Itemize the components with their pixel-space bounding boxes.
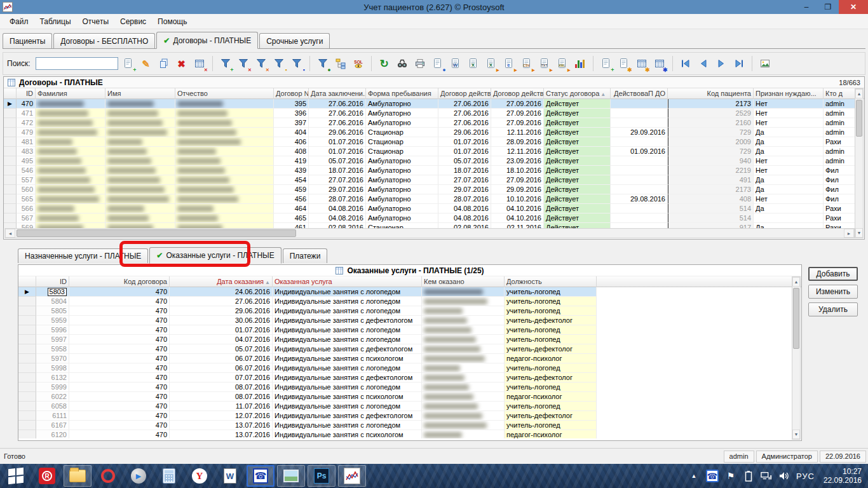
contracts-row-0[interactable]: ▶47039527.06.2016Амбулаторно27.06.201627… [4, 99, 864, 109]
services-col-header-5[interactable]: Должность [505, 276, 597, 287]
delete-record-icon[interactable]: ✖ [174, 55, 189, 72]
add-button[interactable]: Добавить [808, 267, 858, 281]
vscroll-thumb[interactable] [793, 288, 799, 349]
phone-app-icon[interactable]: ☎ [247, 465, 275, 487]
export-xml-icon[interactable]: XML▸ [555, 55, 570, 72]
export-excel-file-icon[interactable]: X▸ [484, 55, 499, 72]
services-row-3[interactable]: 595947030.06.2016Индивидуальные занятия … [18, 316, 801, 325]
contracts-col-header-10[interactable]: ДействоваП ДО [611, 88, 668, 99]
menu-item-3[interactable]: Сервис [114, 15, 152, 28]
scroll-left-icon[interactable]: ◄ [5, 229, 15, 238]
search-input[interactable] [36, 57, 118, 70]
filter-clear-icon[interactable]: × [254, 55, 269, 72]
export-word-icon[interactable]: W [448, 55, 463, 72]
tab-1[interactable]: Договоры - БЕСПЛАТНО [53, 33, 155, 48]
contracts-row-5[interactable]: 48340801.07.2016Стационар01.07.201612.11… [4, 147, 864, 156]
vscroll-thumb[interactable] [856, 100, 862, 137]
services-row-6[interactable]: 595847005.07.2016Индивидуальные занятия … [18, 344, 801, 354]
opera-browser-icon[interactable] [94, 465, 122, 487]
services-row-7[interactable]: 597047006.07.2016Индивидуальные занятия … [18, 354, 801, 363]
menu-item-2[interactable]: Отчеты [77, 15, 114, 28]
services-tab-2[interactable]: Платежи [283, 248, 328, 263]
minimize-button[interactable]: – [796, 0, 817, 14]
contracts-row-10[interactable]: 56545628.07.2016Амбулаторно28.07.201610.… [4, 194, 864, 204]
faststone-app-icon[interactable]: R [33, 465, 61, 487]
edit-button[interactable]: Изменить [808, 285, 858, 299]
tab-2[interactable]: ✔Договоры - ПЛАТНЫЕ [156, 32, 258, 49]
yandex-browser-icon[interactable]: Y [186, 465, 214, 487]
field-settings-icon[interactable]: ✱ [616, 55, 632, 72]
scroll-down-icon[interactable]: ▼ [855, 228, 863, 238]
print-icon[interactable] [412, 55, 428, 72]
scroll-up-icon[interactable]: ▲ [792, 277, 800, 287]
contracts-col-header-9[interactable]: Статус договора▲ [544, 88, 611, 99]
media-player-icon[interactable]: ▶ [125, 465, 153, 487]
services-row-9[interactable]: 613247007.07.2016Индивидуальные занятия … [18, 373, 801, 383]
contracts-row-4[interactable]: 48140601.07.2016Стационар01.07.201628.09… [4, 137, 864, 147]
services-col-header-3[interactable]: Оказанная услуга [273, 276, 422, 287]
contracts-row-8[interactable]: 55745427.07.2016Амбулаторно27.07.201627.… [4, 175, 864, 185]
group-tree-icon[interactable] [333, 55, 348, 72]
tray-flag-icon[interactable]: ⚑ [725, 470, 736, 482]
scroll-up-icon[interactable]: ▲ [855, 89, 863, 98]
export-txt-icon[interactable]: TXT▸ [537, 55, 552, 72]
services-col-header-1[interactable]: Код договора [69, 276, 170, 287]
tray-battery-icon[interactable] [743, 470, 754, 482]
sql-filter-icon[interactable]: SQL [351, 55, 366, 72]
contracts-vscrollbar[interactable]: ▲ ▼ [855, 88, 864, 238]
contracts-row-12[interactable]: 56746504.08.2016Амбулаторно04.08.201604.… [4, 214, 864, 223]
filter-add-icon[interactable]: + [218, 55, 233, 72]
refresh-icon[interactable]: ↻ [377, 55, 392, 72]
filter-delete-icon[interactable]: × [236, 55, 251, 72]
tray-clock[interactable]: 10:27 22.09.2016 [824, 467, 862, 485]
tray-chevron-up-icon[interactable]: ▲ [688, 470, 700, 482]
contracts-col-header-1[interactable]: Фамилия [36, 88, 105, 99]
delete-button[interactable]: Удалить [808, 302, 858, 316]
contracts-col-header-11[interactable]: Код пациента [668, 88, 754, 99]
delete-table-rows-icon[interactable]: × [192, 55, 207, 72]
table-settings-icon[interactable]: ✱ [634, 55, 649, 72]
menu-item-4[interactable]: Помощь [152, 15, 193, 28]
restore-button[interactable]: ❐ [817, 0, 839, 14]
contracts-col-header-13[interactable]: Кто д [824, 88, 858, 99]
contracts-row-6[interactable]: 49541905.07.2016Амбулаторно05.07.201623.… [4, 156, 864, 166]
menu-item-0[interactable]: Файл [4, 15, 34, 28]
contracts-col-header-6[interactable]: Форма пребывания [366, 88, 438, 99]
tray-volume-icon[interactable] [778, 470, 790, 482]
scroll-down-icon[interactable]: ▼ [792, 430, 800, 439]
services-col-header-0[interactable]: ID [36, 276, 69, 287]
export-csv-icon[interactable]: CSV▸ [519, 55, 534, 72]
filter-save-icon[interactable]: ▪ [289, 55, 304, 72]
contracts-col-header-8[interactable]: Договор действу... [491, 88, 544, 99]
filter-open-icon[interactable]: ▪ [271, 55, 287, 72]
contracts-row-9[interactable]: 56045929.07.2016Амбулаторно29.07.201629.… [4, 185, 864, 194]
contracts-col-header-3[interactable]: Отчество [175, 88, 274, 99]
filter-view-icon[interactable]: ● [315, 55, 330, 72]
contracts-hscrollbar[interactable]: ◄ ► [4, 228, 855, 238]
services-row-13[interactable]: 611147012.07.2016Индивидуальные занятия … [18, 411, 801, 421]
tab-0[interactable]: Пациенты [3, 33, 52, 48]
services-tab-0[interactable]: Назначенные услуги - ПЛАТНЫЕ [18, 248, 148, 263]
tab-3[interactable]: Срочные услуги [259, 33, 330, 48]
tray-network-icon[interactable] [761, 470, 772, 482]
edit-record-icon[interactable]: ✎ [139, 55, 154, 72]
contracts-col-header-2[interactable]: Имя [105, 88, 175, 99]
services-tab-1[interactable]: ✔Оказанные услуги - ПЛАТНЫЕ [149, 247, 281, 264]
services-row-5[interactable]: 599747004.07.2016Индивидуальные занятия … [18, 335, 801, 344]
close-button[interactable]: ✕ [839, 0, 868, 14]
start-button[interactable] [0, 464, 32, 488]
services-row-10[interactable]: 599947008.07.2016Индивидуальные занятия … [18, 383, 801, 392]
services-row-0[interactable]: ▶580347024.06.2016Индивидуальные занятия… [18, 287, 801, 297]
contracts-row-13[interactable]: 56946102.08.2016Стационар02.08.201602.11… [4, 223, 864, 228]
contracts-row-2[interactable]: 47239727.06.2016Амбулаторно27.06.201627.… [4, 118, 864, 128]
services-row-14[interactable]: 616747013.07.2016Индивидуальные занятия … [18, 421, 801, 430]
contracts-col-header-4[interactable]: Договор № [274, 88, 309, 99]
services-vscrollbar[interactable]: ▲ ▼ [792, 276, 801, 440]
nav-last-icon[interactable] [731, 55, 747, 72]
photos-app-icon[interactable] [277, 465, 305, 487]
nav-prev-icon[interactable] [696, 55, 711, 72]
copy-record-icon[interactable] [156, 55, 172, 72]
services-col-header-2[interactable]: Дата оказания▲ [170, 276, 273, 287]
find-icon[interactable] [395, 55, 410, 72]
contracts-col-header-12[interactable]: Признан нуждаю... [754, 88, 824, 99]
